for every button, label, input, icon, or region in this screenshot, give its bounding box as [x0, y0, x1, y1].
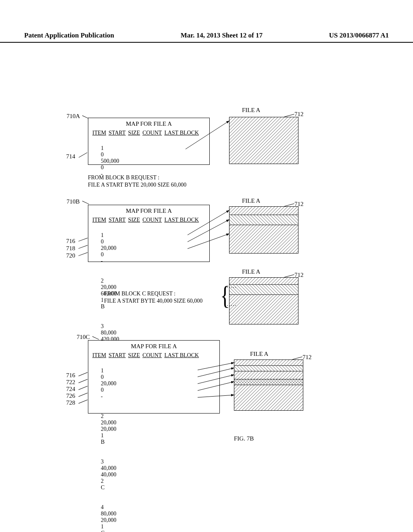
file-a-box-2 [229, 206, 298, 254]
map-710A-headers: ITEM START SIZE COUNT LAST BLOCK [92, 129, 205, 136]
request-b-line2: FILE A START BYTE 20,000 SIZE 60,000 [88, 181, 186, 189]
svg-rect-17 [234, 366, 303, 371]
ref-718: 718 [66, 245, 75, 252]
hdr-count: COUNT [142, 352, 162, 358]
request-b-line1: FROM BLOCK B REQUEST : [88, 174, 186, 181]
hdr-count: COUNT [142, 217, 162, 223]
svg-rect-4 [229, 207, 298, 215]
hdr-size: SIZE [128, 130, 140, 136]
svg-rect-20 [234, 385, 303, 410]
map-710C-headers: ITEM START SIZE COUNT LAST BLOCK [92, 351, 215, 359]
file-a-box-1 [229, 117, 298, 164]
request-c-line1: FROM BLOCK C REQUEST : [104, 290, 202, 297]
map-710A: MAP FOR FILE A ITEM START SIZE COUNT LAS… [88, 118, 210, 165]
ref-710A: 710A [67, 113, 80, 120]
hdr-start: START [108, 352, 125, 358]
svg-rect-11 [229, 295, 298, 324]
hdr-item: ITEM [92, 130, 106, 136]
table-row: 2 20,000 20,000 1 B [92, 407, 215, 452]
header-left: Patent Application Publication [24, 31, 114, 39]
hdr-item: ITEM [92, 352, 106, 358]
ref-710B: 710B [67, 198, 80, 205]
header-right: US 2013/0066877 A1 [329, 31, 389, 39]
request-c-line2: FILE A START BYTE 40,000 SIZE 60,000 [104, 297, 202, 305]
file-a-box-4 [234, 360, 303, 411]
table-row: 1 0 20,000 0 - [92, 361, 215, 406]
table-row: 3 40,000 40,000 2 C [92, 452, 215, 497]
ref-726: 726 [66, 393, 75, 399]
ref-714: 714 [66, 153, 75, 160]
svg-rect-6 [229, 225, 298, 253]
ref-712-4: 712 [302, 354, 312, 361]
request-c: FROM BLOCK C REQUEST : FILE A START BYTE… [104, 290, 202, 304]
map-710C-title: MAP FOR FILE A [88, 343, 219, 350]
hdr-item: ITEM [92, 217, 106, 223]
ref-716: 716 [66, 238, 75, 245]
table-row: 1 0 20,000 0 - [92, 226, 205, 271]
ref-710C: 710C [77, 334, 90, 341]
header-center: Mar. 14, 2013 Sheet 12 of 17 [181, 31, 263, 39]
ref-728: 728 [66, 399, 75, 406]
file-a-label-1: FILE A [242, 107, 260, 114]
map-710B-title: MAP FOR FILE A [88, 208, 209, 214]
map-710C: MAP FOR FILE A ITEM START SIZE COUNT LAS… [88, 340, 220, 414]
hdr-size: SIZE [128, 217, 140, 223]
hdr-start: START [108, 130, 125, 136]
hdr-size: SIZE [128, 352, 140, 358]
hdr-start: START [108, 217, 125, 223]
hdr-count: COUNT [142, 130, 162, 136]
svg-rect-10 [229, 285, 298, 295]
file-a-label-3: FILE A [242, 268, 260, 275]
ref-720: 720 [66, 252, 75, 259]
file-a-label-4: FILE A [250, 351, 268, 357]
svg-rect-5 [229, 215, 298, 225]
ref-716-2: 716 [66, 372, 75, 379]
hdr-lastblock: LAST BLOCK [164, 352, 199, 358]
map-710B-headers: ITEM START SIZE COUNT LAST BLOCK [92, 216, 205, 223]
svg-rect-1 [229, 117, 298, 164]
hdr-lastblock: LAST BLOCK [164, 130, 199, 136]
hdr-lastblock: LAST BLOCK [164, 217, 199, 223]
svg-rect-16 [234, 360, 303, 366]
svg-rect-9 [229, 278, 298, 285]
map-710B: MAP FOR FILE A ITEM START SIZE COUNT LAS… [88, 205, 210, 262]
svg-rect-19 [234, 379, 303, 385]
ref-724: 724 [66, 386, 75, 393]
table-row: 4 80,000 20,000 1 C [92, 498, 215, 532]
map-710A-title: MAP FOR FILE A [88, 121, 209, 127]
page-header: Patent Application Publication Mar. 14, … [0, 31, 413, 43]
file-a-box-3 [229, 277, 298, 324]
brace-icon: { [220, 283, 230, 309]
file-a-label-2: FILE A [242, 197, 260, 204]
figure-caption: FIG. 7B [234, 435, 254, 442]
request-b: FROM BLOCK B REQUEST : FILE A START BYTE… [88, 174, 186, 188]
svg-rect-18 [234, 371, 303, 379]
ref-722: 722 [66, 379, 75, 386]
